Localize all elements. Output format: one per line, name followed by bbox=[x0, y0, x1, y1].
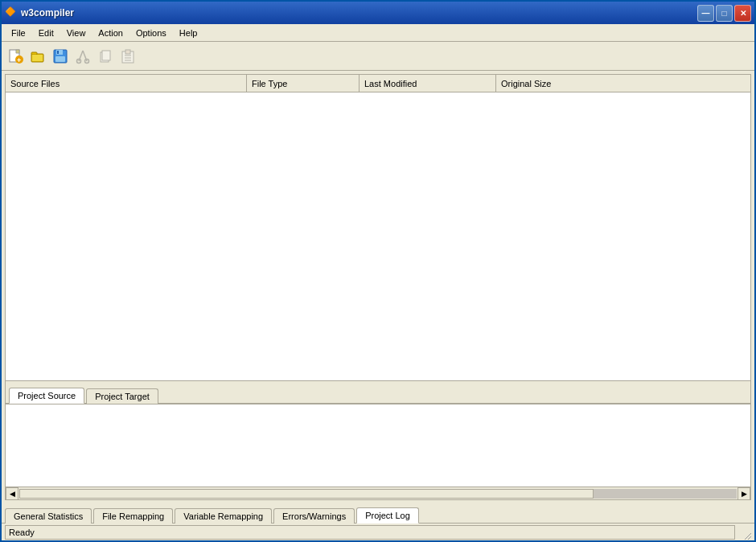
menu-file[interactable]: File bbox=[5, 27, 32, 39]
new-button[interactable]: + bbox=[5, 46, 26, 67]
svg-rect-10 bbox=[57, 51, 59, 54]
svg-rect-17 bbox=[102, 51, 110, 60]
file-list-header: Source Files File Type Last Modified Ori… bbox=[6, 75, 750, 92]
tab-file-remapping[interactable]: File Remapping bbox=[93, 508, 173, 524]
tab-variable-remapping[interactable]: Variable Remapping bbox=[175, 508, 272, 524]
tab-project-target[interactable]: Project Target bbox=[86, 388, 158, 404]
open-button[interactable] bbox=[27, 46, 48, 67]
paste-button[interactable] bbox=[117, 46, 138, 67]
tab-project-source[interactable]: Project Source bbox=[9, 388, 84, 404]
scroll-track[interactable] bbox=[19, 489, 737, 499]
paste-icon bbox=[120, 48, 136, 64]
menu-edit[interactable]: Edit bbox=[32, 27, 60, 39]
lower-panel: ◀ ▶ bbox=[5, 404, 751, 500]
copy-icon bbox=[97, 48, 113, 64]
file-list-body bbox=[6, 92, 750, 380]
scroll-left-button[interactable]: ◀ bbox=[6, 487, 18, 500]
window-title: w3compiler bbox=[21, 7, 697, 18]
close-button[interactable]: ✕ bbox=[734, 5, 751, 22]
bottom-tabs: General Statistics File Remapping Variab… bbox=[2, 500, 754, 523]
lower-scrollbar: ◀ ▶ bbox=[6, 487, 750, 499]
title-bar-buttons: — □ ✕ bbox=[697, 5, 751, 22]
minimize-button[interactable]: — bbox=[697, 5, 714, 22]
new-icon: + bbox=[7, 48, 23, 64]
tab-general-statistics[interactable]: General Statistics bbox=[5, 508, 92, 524]
upper-tabs: Project Source Project Target bbox=[6, 380, 750, 403]
svg-text:+: + bbox=[17, 56, 21, 64]
col-modified-header[interactable]: Last Modified bbox=[360, 75, 496, 92]
tab-errors-warnings[interactable]: Errors/Warnings bbox=[273, 508, 355, 524]
svg-rect-19 bbox=[125, 50, 130, 54]
log-body bbox=[6, 404, 750, 487]
title-bar: 🔶 w3compiler — □ ✕ bbox=[2, 2, 754, 24]
svg-rect-6 bbox=[31, 52, 37, 55]
menu-options[interactable]: Options bbox=[129, 27, 173, 39]
tab-project-log[interactable]: Project Log bbox=[356, 507, 419, 524]
resize-grip bbox=[738, 525, 751, 540]
copy-button[interactable] bbox=[95, 46, 116, 67]
resize-grip-icon bbox=[742, 530, 751, 540]
svg-rect-7 bbox=[32, 55, 43, 61]
menu-help[interactable]: Help bbox=[173, 27, 204, 39]
toolbar: + bbox=[2, 42, 754, 71]
save-button[interactable] bbox=[50, 46, 71, 67]
scroll-right-button[interactable]: ▶ bbox=[738, 487, 750, 500]
main-window: 🔶 w3compiler — □ ✕ File Edit View Action… bbox=[0, 0, 756, 542]
svg-rect-2 bbox=[16, 50, 19, 53]
col-size-header[interactable]: Original Size bbox=[496, 75, 750, 92]
cut-icon bbox=[75, 48, 91, 64]
svg-line-23 bbox=[745, 533, 751, 540]
svg-rect-11 bbox=[55, 56, 65, 62]
upper-panel: Source Files File Type Last Modified Ori… bbox=[5, 74, 751, 404]
main-content: Source Files File Type Last Modified Ori… bbox=[2, 71, 754, 540]
col-source-header[interactable]: Source Files bbox=[6, 75, 247, 92]
svg-line-24 bbox=[748, 536, 751, 540]
cut-button[interactable] bbox=[72, 46, 93, 67]
save-icon bbox=[52, 48, 68, 64]
scroll-thumb[interactable] bbox=[19, 489, 594, 499]
status-text: Ready bbox=[5, 525, 735, 540]
app-icon: 🔶 bbox=[5, 6, 18, 19]
col-type-header[interactable]: File Type bbox=[247, 75, 360, 92]
maximize-button[interactable]: □ bbox=[716, 5, 733, 22]
status-bar: Ready bbox=[2, 523, 754, 540]
menu-view[interactable]: View bbox=[60, 27, 92, 39]
menu-action[interactable]: Action bbox=[92, 27, 129, 39]
open-icon bbox=[30, 48, 46, 64]
menu-bar: File Edit View Action Options Help bbox=[2, 24, 754, 42]
